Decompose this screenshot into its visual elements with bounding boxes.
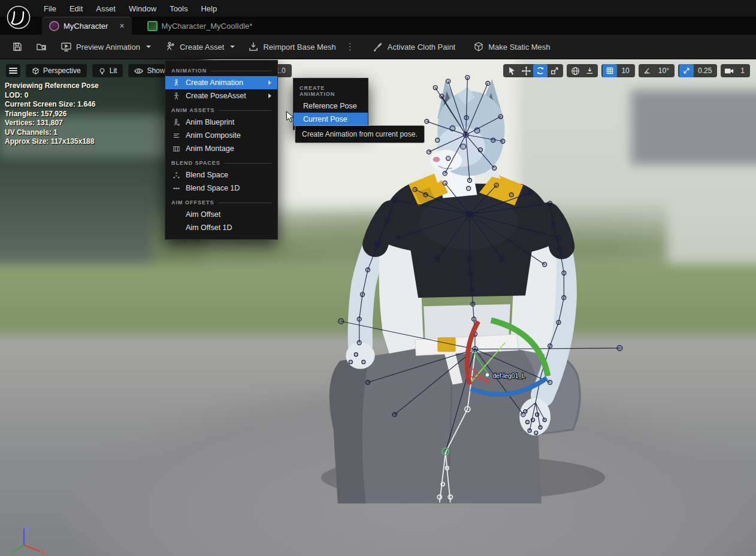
menu-item-aim-offset-1d[interactable]: Aim Offset 1D — [165, 221, 277, 234]
save-icon — [12, 41, 23, 52]
show-eye-icon — [134, 67, 143, 75]
activate-cloth-paint-button[interactable]: Activate Cloth Paint — [367, 37, 461, 56]
viewport-toolbar-right: 10 10° 0.25 — [503, 64, 750, 77]
grid-snap-group: 10 — [601, 64, 634, 77]
submenu-section-create-animation: CREATE ANIMATION — [294, 80, 368, 99]
unreal-logo[interactable] — [5, 4, 32, 31]
stat-line: Previewing Reference Pose — [5, 81, 99, 91]
menu-section-anim-assets: ANIM ASSETS — [165, 102, 277, 116]
scale-snap-value[interactable]: 0.25 — [694, 67, 716, 75]
scale-icon — [550, 66, 560, 75]
create-animation-icon — [171, 79, 181, 87]
rotate-icon — [536, 66, 545, 75]
animation-asset-icon — [147, 21, 158, 31]
perspective-button[interactable]: Perspective — [26, 64, 87, 77]
asset-tabbar: MyCharacter × MyCharacter_MyCoolIdle* — [0, 17, 756, 35]
tab-mycharacter[interactable]: MyCharacter × — [42, 17, 132, 35]
create-asset-icon — [164, 41, 176, 52]
hamburger-icon — [9, 67, 17, 74]
lit-bulb-icon — [98, 67, 106, 75]
submenu-arrow-icon — [268, 93, 271, 98]
submenu-item-reference-pose[interactable]: Reference Pose — [294, 99, 368, 113]
preview-animation-label: Preview Animation — [76, 43, 140, 52]
unreal-editor-window: File Edit Asset Window Tools Help MyChar… — [0, 0, 756, 556]
anim-composite-icon — [171, 132, 181, 140]
globe-icon — [571, 67, 580, 75]
save-button[interactable] — [6, 37, 29, 56]
scale-snap-icon — [682, 67, 691, 75]
scale-tool-button[interactable] — [548, 64, 562, 77]
menu-window[interactable]: Window — [122, 1, 163, 16]
chevron-down-icon — [230, 46, 235, 48]
menu-asset[interactable]: Asset — [89, 1, 122, 16]
menu-item-anim-montage[interactable]: Anim Montage — [165, 142, 277, 155]
axis-z-label: Z — [26, 526, 31, 533]
stat-line: UV Channels: 1 — [5, 128, 99, 138]
create-poseasset-icon — [171, 92, 181, 100]
grid-snap-value[interactable]: 10 — [617, 67, 633, 75]
stat-line: Current Screen Size: 1.646 — [5, 100, 99, 110]
camera-speed-group: 1 — [721, 64, 750, 77]
camera-speed-button[interactable] — [722, 64, 736, 77]
selected-bone-label: def-leg01_L — [492, 373, 525, 379]
angle-snap-value[interactable]: 10° — [654, 67, 673, 75]
surface-snap-button[interactable] — [582, 64, 597, 77]
static-mesh-label: Make Static Mesh — [488, 43, 550, 52]
axis-x-label: X — [41, 548, 46, 555]
angle-snap-button[interactable] — [640, 64, 654, 77]
show-label: Show — [147, 67, 165, 75]
axis-gizmo: Z X — [4, 519, 54, 556]
cursor-icon — [507, 67, 516, 75]
reimport-base-mesh-button[interactable]: Reimport Base Mesh — [242, 37, 341, 56]
stat-line: Triangles: 157,926 — [5, 110, 99, 119]
tab-mycoolidle[interactable]: MyCharacter_MyCoolIdle* — [140, 17, 260, 35]
angle-snap-group: 10° — [639, 64, 675, 77]
create-animation-submenu: CREATE ANIMATION Reference Pose Current … — [293, 78, 368, 130]
select-tool-button[interactable] — [504, 64, 519, 77]
static-mesh-icon — [473, 41, 484, 52]
create-asset-button[interactable]: Create Asset — [158, 37, 241, 56]
viewport-options-button[interactable] — [6, 64, 20, 77]
reimport-options-icon[interactable]: ⋮ — [343, 41, 357, 52]
cloth-paint-icon — [373, 41, 383, 52]
rotate-tool-button[interactable] — [533, 64, 548, 77]
menu-help[interactable]: Help — [194, 1, 223, 16]
make-static-mesh-button[interactable]: Make Static Mesh — [467, 37, 556, 56]
grid-snap-button[interactable] — [603, 64, 617, 77]
create-asset-menu: ANIMATION Create Animation Create PoseAs… — [165, 60, 278, 240]
cloth-paint-label: Activate Cloth Paint — [388, 43, 455, 52]
angle-icon — [643, 67, 651, 75]
menu-section-blend-spaces: BLEND SPACES — [165, 155, 277, 168]
menu-item-aim-offset[interactable]: Aim Offset — [165, 208, 277, 221]
camera-icon — [724, 67, 734, 75]
submenu-item-current-pose[interactable]: Current Pose — [294, 113, 368, 126]
menu-edit[interactable]: Edit — [63, 1, 89, 16]
anim-montage-icon — [171, 145, 181, 153]
move-tool-button[interactable] — [519, 64, 533, 77]
main-toolbar: Preview Animation Create Asset Reimport … — [0, 35, 756, 59]
scale-snap-button[interactable] — [679, 64, 694, 77]
menu-item-create-animation[interactable]: Create Animation — [165, 76, 277, 89]
tab-label: MyCharacter_MyCoolIdle* — [162, 22, 253, 31]
camera-speed-value[interactable]: 1 — [736, 67, 749, 75]
lit-button[interactable]: Lit — [92, 64, 123, 77]
menu-item-anim-composite[interactable]: Anim Composite — [165, 129, 277, 142]
preview-animation-button[interactable]: Preview Animation — [55, 37, 157, 56]
menu-file[interactable]: File — [37, 1, 63, 16]
stat-line: LOD: 0 — [5, 91, 99, 101]
menu-section-aim-offsets: AIM OFFSETS — [165, 195, 277, 208]
perspective-cube-icon — [32, 67, 40, 75]
menu-item-blend-space[interactable]: Blend Space — [165, 168, 277, 182]
browse-icon — [36, 41, 47, 52]
menu-item-anim-blueprint[interactable]: Anim Blueprint — [165, 116, 277, 129]
menu-item-create-poseasset[interactable]: Create PoseAsset — [165, 89, 277, 102]
find-in-content-browser-button[interactable] — [30, 37, 53, 56]
menu-item-blend-space-1d[interactable]: Blend Space 1D — [165, 182, 277, 195]
menu-tools[interactable]: Tools — [163, 1, 194, 16]
menu-section-animation: ANIMATION — [165, 63, 277, 76]
perspective-label: Perspective — [43, 67, 81, 75]
transform-tools-group — [503, 64, 563, 77]
tab-close-icon[interactable]: × — [119, 22, 124, 30]
coordinate-space-button[interactable] — [568, 64, 582, 77]
viewport-toolbar-left: Perspective Lit Show — [6, 64, 171, 77]
